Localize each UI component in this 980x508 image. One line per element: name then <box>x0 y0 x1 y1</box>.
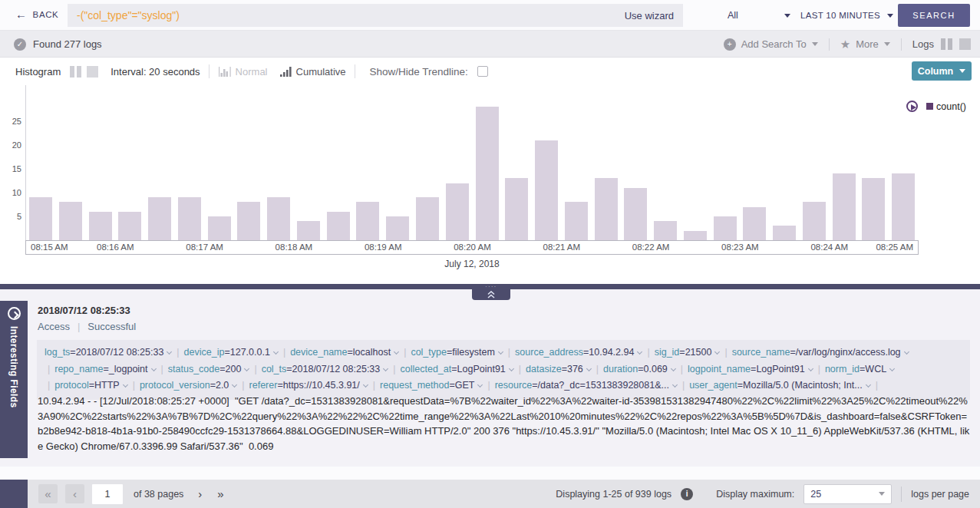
log-field-pill[interactable]: status_code=200 <box>168 364 252 374</box>
log-field-pill[interactable]: logpoint_name=LogPoint91 <box>688 364 815 374</box>
interesting-fields-sidebar[interactable]: Interesting Fields <box>0 301 28 458</box>
normal-mode-button[interactable]: Normal <box>218 66 268 78</box>
histogram-column-toggle-icon[interactable] <box>70 66 81 78</box>
histogram-bar[interactable] <box>446 183 469 240</box>
histogram-bar[interactable] <box>862 178 885 240</box>
log-field-pill[interactable]: device_name=localhost <box>290 347 401 358</box>
time-range-dropdown[interactable]: LAST 10 MINUTES <box>800 0 896 31</box>
histogram-bar[interactable] <box>624 188 647 240</box>
chevron-down-icon[interactable] <box>273 349 279 355</box>
chevron-down-icon[interactable] <box>671 365 676 371</box>
histogram-bar[interactable] <box>892 173 915 240</box>
histogram-bar[interactable] <box>803 202 826 240</box>
log-field-pill[interactable]: device_ip=127.0.0.1 <box>184 347 280 358</box>
chevron-down-icon[interactable] <box>167 349 172 355</box>
chevron-down-icon[interactable] <box>866 382 871 388</box>
chevron-down-icon[interactable] <box>586 365 592 371</box>
logs-per-page-select[interactable]: 25 <box>803 484 892 504</box>
histogram-bar[interactable] <box>208 216 231 240</box>
search-button[interactable]: SEARCH <box>898 4 970 27</box>
histogram-bar[interactable] <box>416 197 439 240</box>
chevron-down-icon[interactable] <box>232 382 237 388</box>
histogram-bar[interactable] <box>29 197 52 240</box>
histogram-bar[interactable] <box>327 212 350 240</box>
more-button[interactable]: ★ More <box>840 38 890 50</box>
histogram-solid-toggle-icon[interactable] <box>87 66 98 78</box>
histogram-bar[interactable] <box>654 221 677 240</box>
chevron-down-icon[interactable] <box>363 382 368 388</box>
next-page-button[interactable]: › <box>194 487 206 500</box>
repo-scope-dropdown[interactable]: All <box>695 0 794 31</box>
histogram-bar[interactable] <box>565 202 588 240</box>
chevron-right-circle-icon[interactable] <box>8 307 21 320</box>
chevron-down-icon[interactable] <box>904 349 909 355</box>
search-query-text[interactable]: -("col_type"="syslog") <box>77 9 625 21</box>
log-field-pill[interactable]: collected_at=LogPoint91 <box>401 364 516 374</box>
collapse-panel-tab[interactable] <box>472 289 510 300</box>
log-label-successful[interactable]: Successful <box>87 321 136 332</box>
log-label-access[interactable]: Access <box>38 321 70 332</box>
last-page-button[interactable]: » <box>213 487 227 500</box>
trendline-checkbox[interactable] <box>477 66 488 77</box>
chevron-down-icon[interactable] <box>808 365 813 371</box>
panel-divider[interactable]: ···· <box>0 284 980 289</box>
histogram-bar[interactable] <box>148 197 171 240</box>
histogram-bar[interactable] <box>89 212 112 240</box>
log-field-pill[interactable]: protocol_version=2.0 <box>140 380 239 391</box>
histogram-bar[interactable] <box>833 173 856 240</box>
histogram-bar[interactable] <box>118 212 141 240</box>
histogram-bar[interactable] <box>386 216 409 240</box>
log-field-pill[interactable]: log_ts=2018/07/12 08:25:33 <box>45 347 173 358</box>
histogram-bar[interactable] <box>178 197 201 240</box>
log-field-pill[interactable]: col_type=filesystem <box>411 347 504 358</box>
log-field-pill[interactable]: col_ts=2018/07/12 08:25:33 <box>262 364 391 374</box>
histogram-bar[interactable] <box>267 197 290 240</box>
histogram-bar[interactable] <box>505 178 528 240</box>
chevron-down-icon[interactable] <box>244 365 249 371</box>
info-icon[interactable]: i <box>681 488 693 500</box>
back-button[interactable]: ← BACK <box>15 8 58 20</box>
histogram-bar[interactable] <box>59 202 82 240</box>
histogram-bar[interactable] <box>476 107 499 240</box>
histogram-bar[interactable] <box>743 207 766 240</box>
first-page-button[interactable]: « <box>38 484 58 503</box>
log-field-pill[interactable]: duration=0.069 <box>603 364 678 374</box>
chart-type-column-button[interactable]: Column <box>912 61 972 81</box>
use-wizard-link[interactable]: Use wizard <box>625 10 674 21</box>
histogram-bar[interactable] <box>535 140 558 240</box>
chevron-down-icon[interactable] <box>383 365 388 371</box>
histogram-bar[interactable] <box>684 231 707 240</box>
chevron-down-icon[interactable] <box>477 382 483 388</box>
chevron-down-icon[interactable] <box>509 365 514 371</box>
raw-log-message[interactable]: 10.94.2.94 - - [12/Jul/2018:08:25:27 +00… <box>38 394 971 454</box>
log-field-pill[interactable]: datasize=376 <box>526 364 593 374</box>
log-field-pill[interactable]: user_agent=Mozilla/5.0 (Macintosh; Int..… <box>689 380 872 391</box>
log-field-pill[interactable]: source_name=/var/log/nginx/access.log <box>732 347 911 358</box>
chevron-down-icon[interactable] <box>714 349 720 355</box>
log-field-pill[interactable]: norm_id=WCL <box>825 364 896 374</box>
column-view-icon[interactable] <box>941 38 952 50</box>
log-field-pill[interactable]: referer=https://10.45.3.91/ <box>249 380 370 391</box>
log-field-pill[interactable]: sig_id=21500 <box>655 347 722 358</box>
histogram-bar[interactable] <box>237 202 260 240</box>
histogram-bar[interactable] <box>595 178 618 240</box>
histogram-bar[interactable] <box>297 221 320 240</box>
chevron-down-icon[interactable] <box>394 349 399 355</box>
log-field-pill[interactable]: resource=/data?_dc=1531383928081&... <box>495 380 679 391</box>
chevron-down-icon[interactable] <box>498 349 503 355</box>
chevron-down-icon[interactable] <box>123 382 128 388</box>
chevron-down-icon[interactable] <box>889 365 895 371</box>
log-field-pill[interactable]: source_address=10.94.2.94 <box>515 347 644 358</box>
log-field-pill[interactable]: request_method=GET <box>380 380 484 391</box>
log-field-pill[interactable]: repo_name=_logpoint <box>54 364 157 374</box>
chevron-down-icon[interactable] <box>637 349 642 355</box>
log-field-pill[interactable]: protocol=HTTP <box>54 380 129 391</box>
histogram-bar[interactable] <box>714 216 737 240</box>
chevron-down-icon[interactable] <box>151 365 157 371</box>
add-search-to-button[interactable]: + Add Search To <box>724 38 818 51</box>
page-number-input[interactable] <box>92 484 123 504</box>
chevron-down-icon[interactable] <box>672 382 678 388</box>
search-query-field[interactable]: -("col_type"="syslog") Use wizard <box>68 4 683 27</box>
histogram-bar[interactable] <box>773 226 796 240</box>
cumulative-mode-button[interactable]: Cumulative <box>280 66 346 78</box>
